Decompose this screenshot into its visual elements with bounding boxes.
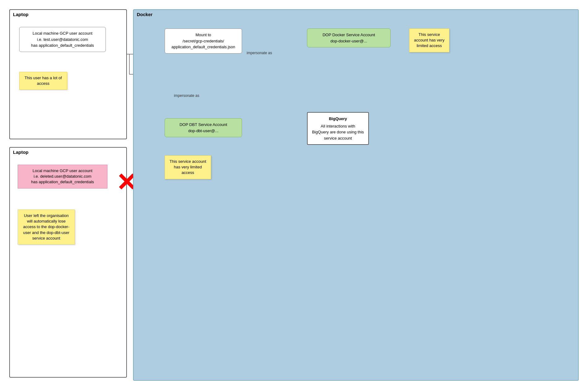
bigquery-box: BigQuery All interactions with BigQuery …	[307, 112, 369, 145]
docker-sa-box: DOP Docker Service Accountdop-docker-use…	[307, 28, 391, 47]
bigquery-title: BigQuery	[312, 116, 364, 122]
sticky-left-org-text: User left the organisation will automati…	[23, 213, 70, 240]
laptop-top-title: Laptop	[10, 10, 126, 19]
deleted-user-text: Local machine GCP user accounti.e. delet…	[31, 168, 94, 184]
docker-box: Docker Mount to/secret/gcp-credentials/a…	[133, 9, 579, 381]
dbt-sa-text: DOP DBT Service Accountdop-dbt-user@...	[179, 122, 227, 133]
laptop-top-box: Laptop Local machine GCP user accounti.e…	[9, 9, 127, 139]
sticky-access-text: This user has a lot of access	[24, 76, 62, 86]
docker-title: Docker	[134, 10, 578, 19]
user-account-text: Local machine GCP user accounti.e. test.…	[31, 31, 94, 48]
impersonate-label-vert: impersonate as	[174, 93, 199, 98]
sticky-left-org-note: User left the organisation will automati…	[18, 210, 75, 245]
laptop-bottom-title: Laptop	[10, 148, 126, 157]
sticky-limited-2: This service account has very limited ac…	[165, 155, 211, 179]
mount-text: Mount to/secret/gcp-credentials/applicat…	[171, 32, 235, 49]
impersonate-label-top: impersonate as	[247, 51, 272, 55]
sticky-limited-1-text: This service account has very limited ac…	[414, 32, 444, 48]
docker-sa-text: DOP Docker Service Accountdop-docker-use…	[322, 32, 375, 43]
laptop-bottom-box: Laptop Local machine GCP user accounti.e…	[9, 147, 127, 378]
deleted-user-box: Local machine GCP user accounti.e. delet…	[18, 165, 107, 188]
user-account-box: Local machine GCP user accounti.e. test.…	[19, 27, 106, 52]
sticky-limited-1: This service account has very limited ac…	[409, 28, 449, 52]
dbt-sa-box: DOP DBT Service Accountdop-dbt-user@...	[165, 118, 242, 137]
mount-box: Mount to/secret/gcp-credentials/applicat…	[165, 28, 242, 54]
bigquery-desc: All interactions with BigQuery are done …	[312, 124, 364, 141]
sticky-access-note: This user has a lot of access	[19, 72, 67, 90]
sticky-limited-2-text: This service account has very limited ac…	[170, 159, 206, 175]
diagram-root: Laptop Local machine GCP user accounti.e…	[6, 6, 582, 384]
